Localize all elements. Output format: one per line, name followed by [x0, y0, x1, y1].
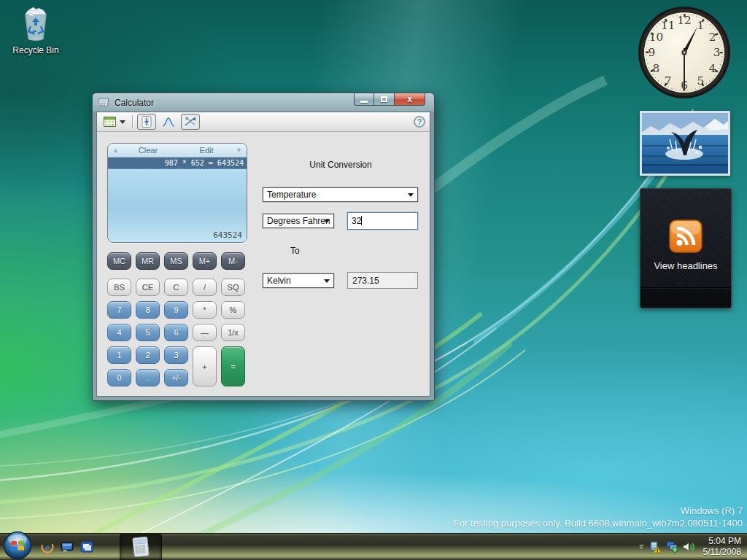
- photo-gadget[interactable]: [640, 111, 730, 176]
- desktop: Recycle Bin 12 1 2 3 4 5 6 7 8 9: [0, 0, 747, 560]
- svg-text:5: 5: [697, 74, 705, 88]
- svg-text:10: 10: [649, 31, 663, 44]
- key-2[interactable]: 2: [136, 346, 160, 364]
- rss-gadget-footer: [640, 287, 731, 308]
- conversion-arrows-icon: [184, 116, 197, 128]
- key-percent[interactable]: %: [221, 301, 245, 319]
- mode-menu-button[interactable]: [101, 115, 128, 128]
- tray-time: 5:04 PM: [703, 536, 742, 547]
- key-divide[interactable]: /: [193, 279, 217, 296]
- watermark-edition: Windows (R) 7: [454, 505, 743, 517]
- windows-orb-icon: [3, 531, 32, 560]
- tray-date: 5/11/2008: [703, 547, 742, 558]
- key-equals[interactable]: =: [221, 346, 245, 386]
- calculator-mode-icon: [104, 117, 116, 127]
- recycle-bin-icon[interactable]: Recycle Bin: [4, 6, 67, 55]
- key-9[interactable]: 9: [164, 301, 188, 319]
- key-clear-entry[interactable]: CE: [136, 279, 160, 296]
- key-1[interactable]: 1: [107, 346, 131, 364]
- key-3[interactable]: 3: [164, 346, 188, 364]
- tray-clock[interactable]: 5:04 PM 5/11/2008: [703, 536, 742, 558]
- svg-text:8: 8: [653, 62, 660, 75]
- recycle-bin-label: Recycle Bin: [4, 45, 67, 55]
- clock-gadget[interactable]: 12 1 2 3 4 5 6 7 8 9 10 11: [637, 5, 732, 100]
- close-button[interactable]: x: [395, 93, 425, 106]
- rss-icon: [669, 219, 703, 253]
- start-button[interactable]: [3, 531, 32, 560]
- taskbar-item-calculator[interactable]: [120, 534, 162, 560]
- rss-gadget[interactable]: View headlines: [640, 188, 732, 308]
- unit-scale-toggle[interactable]: [137, 114, 156, 130]
- key-square[interactable]: SQ: [221, 279, 245, 296]
- calculator-client-area: ? ▲ Clear Edit ▼ 987 * 652 = 643524 6435…: [96, 112, 430, 397]
- display-result: 643524: [213, 230, 242, 240]
- display-body: 643524: [108, 169, 247, 242]
- history-entry-selected[interactable]: 987 * 652 = 643524: [108, 158, 247, 169]
- history-scroll-down-icon[interactable]: ▼: [236, 147, 242, 154]
- analog-clock: 12 1 2 3 4 5 6 7 8 9 10 11: [637, 5, 732, 100]
- history-edit-button[interactable]: Edit: [177, 146, 236, 155]
- whale-photo: [642, 113, 728, 174]
- key-memory-clear[interactable]: MC: [107, 252, 131, 270]
- switch-windows-icon[interactable]: [80, 541, 93, 553]
- calculator-toolbar: ?: [97, 112, 430, 132]
- rss-gadget-label: View headlines: [654, 260, 717, 271]
- maximize-button[interactable]: [374, 93, 395, 106]
- conversion-to-unit-select[interactable]: Kelvin: [263, 273, 334, 288]
- calculator-task-icon: [131, 536, 151, 558]
- from-unit-value: Degrees Fahren: [267, 216, 330, 226]
- chevron-down-icon: [324, 219, 330, 223]
- tray-expand-icon[interactable]: «: [635, 545, 646, 548]
- key-clear[interactable]: C: [164, 279, 188, 296]
- key-5[interactable]: 5: [136, 324, 160, 341]
- key-minus[interactable]: —: [193, 324, 217, 341]
- conversion-toggle[interactable]: [181, 114, 200, 130]
- key-memory-recall[interactable]: MR: [136, 252, 160, 270]
- conversion-category-value: Temperature: [267, 190, 316, 200]
- tray-volume-icon[interactable]: [683, 541, 696, 553]
- svg-text:9: 9: [648, 46, 655, 59]
- conversion-result-field: 273.15: [347, 272, 418, 289]
- calculator-keypad: MC MR MS M+ M- BS CE C / SQ 7 8 9: [107, 252, 246, 386]
- build-watermark: Windows (R) 7 For testing purposes only.…: [454, 505, 743, 529]
- key-reciprocal[interactable]: 1/x: [221, 324, 245, 341]
- key-plus[interactable]: +: [193, 346, 217, 386]
- conversion-from-unit-select[interactable]: Degrees Fahren: [263, 214, 334, 228]
- svg-text:e: e: [45, 542, 50, 553]
- calculator-display: ▲ Clear Edit ▼ 987 * 652 = 643524 643524: [107, 143, 247, 243]
- minimize-button[interactable]: [354, 93, 374, 106]
- statistics-toggle[interactable]: [159, 114, 178, 130]
- chevron-down-icon: [324, 279, 330, 283]
- key-0[interactable]: 0: [107, 369, 131, 386]
- key-8[interactable]: 8: [136, 301, 160, 319]
- key-decimal[interactable]: .: [136, 369, 160, 386]
- key-memory-add[interactable]: M+: [193, 252, 217, 270]
- toolbar-separator: [132, 115, 133, 128]
- key-6[interactable]: 6: [164, 324, 188, 341]
- show-desktop-icon[interactable]: [61, 541, 74, 553]
- conversion-category-select[interactable]: Temperature: [263, 187, 418, 202]
- tray-setup-warning-icon[interactable]: [649, 541, 662, 553]
- history-scroll-up-icon[interactable]: ▲: [112, 147, 119, 154]
- help-button[interactable]: ?: [414, 116, 425, 128]
- key-7[interactable]: 7: [107, 301, 131, 319]
- close-icon: x: [407, 94, 412, 104]
- unit-scale-icon: [142, 116, 152, 128]
- key-memory-store[interactable]: MS: [164, 252, 188, 270]
- svg-text:7: 7: [665, 74, 672, 88]
- from-value-text: 32: [352, 216, 361, 226]
- key-backspace[interactable]: BS: [107, 279, 131, 296]
- internet-explorer-icon[interactable]: e: [41, 540, 54, 553]
- svg-text:2: 2: [709, 31, 716, 44]
- conversion-from-input[interactable]: 32: [347, 212, 418, 230]
- key-memory-subtract[interactable]: M-: [221, 252, 245, 270]
- key-sign-toggle[interactable]: +/-: [164, 369, 188, 386]
- key-multiply[interactable]: *: [193, 301, 217, 319]
- recycle-bin-glyph: [19, 6, 53, 41]
- key-4[interactable]: 4: [107, 324, 131, 341]
- conversion-to-label: To: [290, 246, 419, 256]
- svg-text:1: 1: [697, 19, 705, 32]
- unit-conversion-panel: Unit Conversion Temperature Degrees Fahr…: [263, 160, 419, 289]
- tray-network-icon[interactable]: [666, 541, 678, 553]
- history-clear-button[interactable]: Clear: [119, 146, 177, 155]
